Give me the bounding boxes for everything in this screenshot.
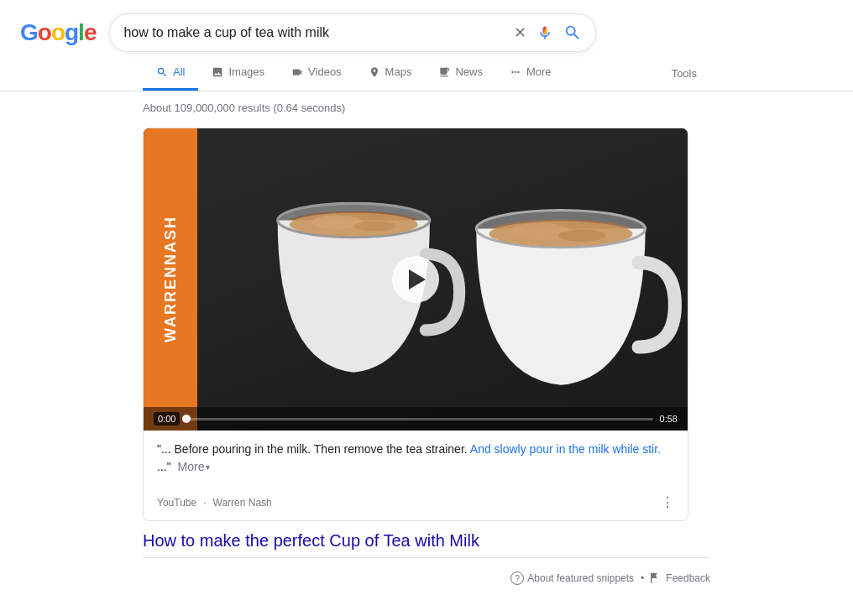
videos-tab-icon [291,66,303,78]
footer-separator: • [641,572,644,584]
time-current: 0:00 [154,412,180,425]
tab-news[interactable]: News [425,55,496,91]
search-icon [563,23,582,42]
brand-text: WARRENNASH [163,216,178,342]
tab-maps[interactable]: Maps [355,55,426,91]
video-thumbnail: WARRENNASH 0:00 0:58 [144,128,688,431]
help-icon: ? [510,572,524,585]
source-line: YouTube · Warren Nash ⋮ [144,486,688,520]
snippets-label: About featured snippets [527,572,634,584]
tab-more[interactable]: More [496,55,565,91]
video-card: WARRENNASH 0:00 0:58 "... Before pouring… [143,128,688,521]
chevron-down-icon: ▾ [206,462,210,472]
transcript-area: "... Before pouring in the milk. Then re… [144,431,688,486]
nav-tabs: All Images Videos Maps N [143,55,565,91]
transcript-quote-start: "... Before pouring in the milk. Then re… [157,442,470,456]
time-end: 0:58 [660,414,678,424]
svg-point-11 [558,230,605,242]
google-logo: Google [20,19,96,46]
tab-images-label: Images [228,65,264,78]
footer-bar: ? About featured snippets • Feedback [0,565,853,592]
svg-point-5 [353,222,395,232]
tab-maps-label: Maps [385,65,412,78]
tab-more-label: More [526,65,552,78]
feedback-button[interactable]: Feedback [651,572,710,584]
play-button[interactable] [392,256,439,303]
tools-button[interactable]: Tools [658,57,710,90]
search-button[interactable] [563,23,582,42]
close-icon: ✕ [514,23,526,42]
mic-icon [536,24,553,41]
transcript-text: "... Before pouring in the milk. Then re… [157,442,661,473]
source-label: YouTube [157,497,196,509]
transcript-highlighted: And slowly pour in the milk while stir. [470,442,661,456]
source-author: Warren Nash [213,497,272,509]
flag-icon [651,573,662,583]
feedback-label: Feedback [666,572,710,584]
play-icon [409,269,426,290]
source-separator: · [203,497,206,509]
maps-tab-icon [369,66,380,78]
more-transcript-button[interactable]: More ▾ [178,460,211,473]
brand-bar: WARRENNASH [144,128,197,431]
result-menu-button[interactable]: ⋮ [661,494,674,510]
more-label: More [178,460,205,473]
images-tab-icon [212,66,223,78]
tab-all-label: All [173,65,185,78]
clear-button[interactable]: ✕ [514,23,526,42]
tea-scene-svg [197,128,688,431]
transcript-quote-end: ..." [157,460,171,473]
tab-all[interactable]: All [143,55,198,91]
nav-bar: All Images Videos Maps N [0,55,853,91]
result-title-link[interactable]: How to make the perfect Cup of Tea with … [143,531,479,550]
news-tab-icon [438,66,450,78]
video-controls: 0:00 0:58 [144,407,688,431]
header: Google ✕ [0,0,853,52]
progress-bar[interactable] [186,418,652,420]
svg-rect-12 [651,573,652,583]
tab-images[interactable]: Images [198,55,278,91]
result-title-container: How to make the perfect Cup of Tea with … [0,528,688,551]
about-snippets-link[interactable]: ? About featured snippets [510,572,634,585]
more-tab-icon [510,66,521,78]
divider [143,557,710,558]
search-input[interactable] [123,25,514,40]
results-count: About 109,000,000 results (0.64 seconds) [0,91,853,121]
search-bar: ✕ [109,13,596,52]
progress-dot [182,415,191,423]
tab-videos[interactable]: Videos [278,55,355,91]
tab-news-label: News [455,65,483,78]
tab-videos-label: Videos [308,65,342,78]
search-tab-icon [156,66,168,78]
voice-search-button[interactable] [536,24,553,41]
